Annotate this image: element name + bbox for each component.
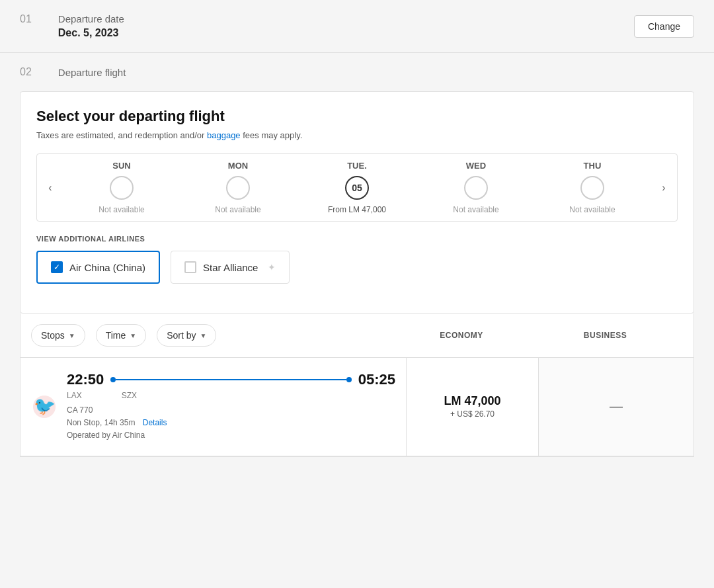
calendar-prev-arrow[interactable]: ‹ [37, 182, 63, 194]
filter-buttons: Stops ▼ Time ▼ Sort by ▼ [31, 324, 390, 347]
business-column-header: BUSINESS [528, 321, 683, 349]
stops-filter-button[interactable]: Stops ▼ [31, 324, 85, 347]
flight-stops-duration: Non Stop, 14h 35m [67, 418, 135, 427]
cal-day-circle [226, 176, 250, 200]
cal-day-circle [110, 176, 134, 200]
airline-option-air-china[interactable]: Air China (China) [36, 251, 160, 284]
airline-option-star-alliance[interactable]: Star Alliance✦ [171, 251, 290, 284]
time-chevron-icon: ▼ [130, 332, 136, 339]
cal-day-name: SUN [112, 161, 130, 171]
baggage-link[interactable]: baggage [207, 130, 241, 140]
cal-day-price: Not available [453, 205, 498, 214]
airport-codes-row: LAX SZX [67, 391, 395, 400]
stops-label: Stops [41, 330, 65, 341]
flight-main-info: 22:50 05:25 LAX SZX CA 770 Non Stop, 14h… [67, 371, 395, 442]
economy-column-header: ECONOMY [395, 321, 528, 349]
cal-day-circle [580, 176, 604, 200]
sort-label: Sort by [167, 330, 196, 341]
cal-day-price: From LM 47,000 [328, 205, 386, 214]
page-title: Select your departing flight [36, 108, 678, 125]
svg-text:🐦: 🐦 [34, 395, 56, 416]
air-china-logo-svg: 🐦 [32, 394, 57, 419]
airline-name: Air China (China) [69, 262, 145, 273]
main-content: Select your departing flight Taxes are e… [20, 91, 694, 314]
filter-bar-wrapper: Stops ▼ Time ▼ Sort by ▼ ECONOMY BUSINES… [20, 314, 694, 358]
departure-flight-section: 02 Departure flight [0, 53, 714, 78]
business-price-col[interactable]: — [538, 358, 694, 456]
cal-day-wed: WEDNot available [450, 161, 502, 214]
star-alliance-icon: ✦ [268, 262, 276, 273]
airlines-section: VIEW ADDITIONAL AIRLINES Air China (Chin… [36, 235, 678, 284]
flight-operator: Operated by Air China [67, 431, 145, 440]
cal-day-sun: SUNNot available [95, 161, 148, 214]
cal-day-name: MON [228, 161, 248, 171]
calendar-next-arrow[interactable]: › [651, 182, 677, 194]
dep-airport-code: LAX [67, 391, 82, 400]
time-filter-button[interactable]: Time ▼ [96, 324, 147, 347]
step-02-number: 02 [20, 66, 32, 78]
taxes-note-after: fees may apply. [241, 130, 303, 140]
economy-price: LM 47,000 [444, 394, 500, 408]
calendar-section: ‹ SUNNot availableMONNot availableTUE.05… [36, 153, 678, 222]
filter-bar: Stops ▼ Time ▼ Sort by ▼ ECONOMY BUSINES… [20, 314, 694, 358]
change-date-button[interactable]: Change [634, 15, 694, 38]
airline-checkbox-star-alliance[interactable] [184, 261, 196, 273]
flight-duration-line [116, 379, 346, 380]
arr-airport-code: SZX [122, 391, 137, 400]
cal-day-name: WED [466, 161, 486, 171]
flight-info: 🐦 22:50 05:25 LAX SZX [20, 358, 406, 456]
flight-details-link[interactable]: Details [143, 418, 167, 427]
flight-line [110, 377, 351, 382]
sort-chevron-icon: ▼ [200, 332, 207, 339]
time-label: Time [106, 330, 126, 341]
airlines-label: VIEW ADDITIONAL AIRLINES [36, 235, 678, 243]
airline-logo: 🐦 [31, 394, 58, 420]
flight-details: CA 770 Non Stop, 14h 35m Details Operate… [67, 404, 395, 442]
cal-day-thu: THUNot available [566, 161, 619, 214]
departure-date-value: Dec. 5, 2023 [58, 27, 124, 39]
cal-day-price: Not available [99, 205, 144, 214]
taxes-note: Taxes are estimated, and redemption and/… [36, 130, 678, 140]
economy-fee: + US$ 26.70 [450, 409, 495, 419]
airline-name: Star Alliance [203, 262, 258, 273]
departure-time: 22:50 [67, 371, 104, 388]
flights-container: 🐦 22:50 05:25 LAX SZX [20, 358, 694, 457]
business-price: — [610, 399, 623, 414]
cal-day-price: Not available [215, 205, 260, 214]
flight-time-row: 22:50 05:25 [67, 371, 395, 388]
column-headers: ECONOMY BUSINESS [395, 321, 683, 349]
departure-date-section: 01 Departure date Dec. 5, 2023 Change [0, 0, 714, 53]
cal-day-circle[interactable]: 05 [345, 176, 369, 200]
cal-day-name: THU [584, 161, 602, 171]
dep-dot [110, 377, 116, 382]
sort-filter-button[interactable]: Sort by ▼ [157, 324, 216, 347]
airlines-options: Air China (China)Star Alliance✦ [36, 251, 678, 284]
cal-day-circle [464, 176, 488, 200]
economy-price-col[interactable]: LM 47,000 + US$ 26.70 [406, 358, 538, 456]
flight-number: CA 770 [67, 405, 93, 415]
step-01-number: 01 [20, 13, 32, 25]
cal-day-mon: MONNot available [212, 161, 264, 214]
step-01-label: Departure date [58, 13, 124, 24]
airline-checkbox-air-china[interactable] [51, 261, 63, 273]
calendar-days: SUNNot availableMONNot availableTUE.05Fr… [63, 161, 651, 214]
flight-row: 🐦 22:50 05:25 LAX SZX [20, 358, 694, 456]
cal-day-price: Not available [569, 205, 615, 214]
step-02-label: Departure flight [58, 67, 126, 78]
arr-dot [346, 377, 352, 382]
cal-day-tue.[interactable]: TUE.05From LM 47,000 [328, 161, 386, 214]
cal-day-name: TUE. [347, 161, 367, 171]
arrival-time: 05:25 [358, 371, 395, 388]
taxes-note-before: Taxes are estimated, and redemption and/… [36, 130, 207, 140]
stops-chevron-icon: ▼ [69, 332, 75, 339]
